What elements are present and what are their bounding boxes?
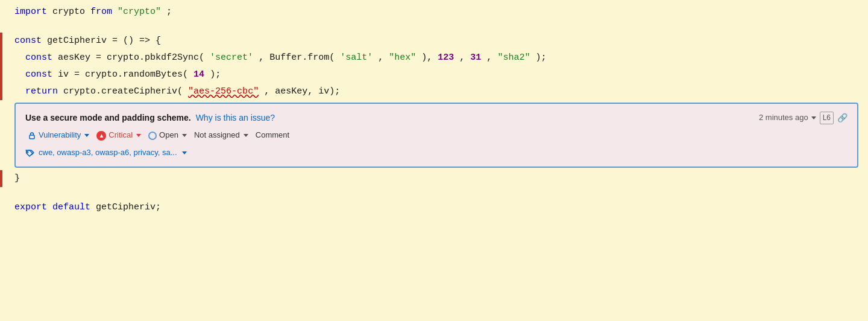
issue-title-row: Use a secure mode and padding scheme. Wh…: [25, 111, 848, 124]
status-dropdown[interactable]: Open: [146, 129, 189, 142]
issue-title-right: 2 minutes ago L6 🔗: [759, 111, 848, 124]
tags-text: cwe, owasp-a3, owasp-a6, privacy, sa...: [39, 147, 177, 159]
code-plain: aesKey = crypto.pbkdf2Sync(: [58, 52, 204, 63]
timestamp-dropdown[interactable]: 2 minutes ago: [759, 112, 816, 124]
keyword-export: export: [14, 202, 47, 212]
assignee-chevron-icon: [244, 134, 248, 137]
assignee-dropdown[interactable]: Not assigned: [192, 129, 251, 142]
lock-icon: [28, 132, 36, 140]
code-plain: iv = crypto.randomBytes(: [58, 69, 188, 80]
code-closing-brace: }: [14, 171, 20, 186]
severity-dropdown[interactable]: ▲ Critical: [94, 129, 143, 142]
keyword-from: from: [90, 7, 112, 17]
keyword-const-3: const: [25, 69, 52, 80]
keyword-import: import: [14, 7, 47, 17]
permalink-icon[interactable]: 🔗: [837, 111, 848, 124]
level-badge: L6: [820, 112, 834, 124]
code-plain: );: [210, 69, 221, 80]
string-salt: 'salt': [340, 52, 373, 63]
code-plain: getCipheriv = () => {: [47, 36, 161, 46]
code-plain: crypto.createCipheriv(: [63, 86, 183, 97]
number-31: 31: [470, 52, 481, 63]
code-text: const aesKey = crypto.pbkdf2Sync( 'secre…: [14, 51, 546, 65]
string-aes-256-cbc: "aes-256-cbc": [188, 86, 259, 97]
code-line-export: export default getCipheriv;: [0, 199, 868, 220]
code-text: export default getCipheriv;: [14, 200, 161, 215]
vulnerability-label: Vulnerability: [39, 129, 81, 142]
severity-chevron-icon: [136, 134, 141, 137]
code-line-1: import crypto from "crypto" ;: [0, 0, 868, 21]
code-text: import crypto from "crypto" ;: [14, 5, 172, 19]
status-label: Open: [159, 129, 178, 142]
code-plain: );: [535, 52, 546, 63]
code-text: const getCipheriv = () => {: [14, 34, 161, 48]
issue-panel: Use a secure mode and padding scheme. Wh…: [14, 103, 858, 168]
code-plain: ,: [486, 52, 497, 63]
issue-title-left: Use a secure mode and padding scheme. Wh…: [25, 111, 275, 124]
code-plain: ,: [378, 52, 389, 63]
code-line-blank-1: [0, 21, 868, 33]
code-plain: ),: [421, 52, 438, 63]
code-line-4: const aesKey = crypto.pbkdf2Sync( 'secre…: [0, 49, 868, 66]
code-plain: , aesKey, iv);: [264, 86, 340, 97]
comment-label: Comment: [256, 129, 289, 142]
issue-meta-row: Vulnerability ▲ Critical Open Not assign…: [25, 129, 848, 142]
vulnerability-chevron-icon: [84, 134, 89, 137]
timestamp-text: 2 minutes ago: [759, 112, 808, 124]
code-line-3: const getCipheriv = () => {: [0, 33, 868, 49]
string-secret: 'secret': [210, 52, 253, 63]
keyword-const: const: [14, 36, 42, 46]
string-hex: "hex": [389, 52, 416, 63]
code-plain: getCipheriv;: [96, 202, 161, 212]
vulnerability-dropdown[interactable]: Vulnerability: [25, 129, 92, 142]
code-line-blank-2: [0, 187, 868, 199]
severity-label: Critical: [108, 129, 133, 142]
tags-row[interactable]: cwe, owasp-a3, owasp-a6, privacy, sa...: [25, 147, 848, 159]
critical-arrow-icon: ▲: [96, 131, 106, 141]
code-line-6: return crypto.createCipheriv( "aes-256-c…: [0, 83, 868, 100]
issue-title: Use a secure mode and padding scheme.: [25, 111, 191, 124]
keyword-default: default: [52, 202, 90, 212]
code-plain: crypto: [52, 7, 90, 17]
tags-chevron-icon: [182, 151, 187, 154]
code-text: const iv = crypto.randomBytes( 14 );: [14, 68, 221, 82]
keyword-const-2: const: [25, 52, 52, 63]
number-14: 14: [193, 69, 204, 80]
string-sha2: "sha2": [497, 52, 530, 63]
assignee-label: Not assigned: [194, 129, 240, 142]
timestamp-chevron-icon: [811, 116, 816, 119]
keyword-return: return: [25, 86, 58, 97]
number-123: 123: [438, 52, 454, 63]
svg-rect-0: [30, 135, 34, 139]
status-chevron-icon: [182, 134, 187, 137]
why-is-issue-link[interactable]: Why is this an issue?: [196, 111, 275, 124]
tags-icon: [25, 150, 35, 157]
code-line-closing: }: [0, 170, 868, 187]
code-text: return crypto.createCipheriv( "aes-256-c…: [14, 84, 340, 99]
string-crypto: "crypto": [118, 7, 161, 17]
open-circle-icon: [148, 132, 157, 140]
code-line-5: const iv = crypto.randomBytes( 14 );: [0, 66, 868, 83]
code-plain: ;: [166, 7, 172, 17]
comment-button[interactable]: Comment: [253, 129, 292, 142]
code-plain: ,: [459, 52, 470, 63]
code-editor: import crypto from "crypto" ; const getC…: [0, 0, 868, 220]
code-plain: , Buffer.from(: [259, 52, 335, 63]
